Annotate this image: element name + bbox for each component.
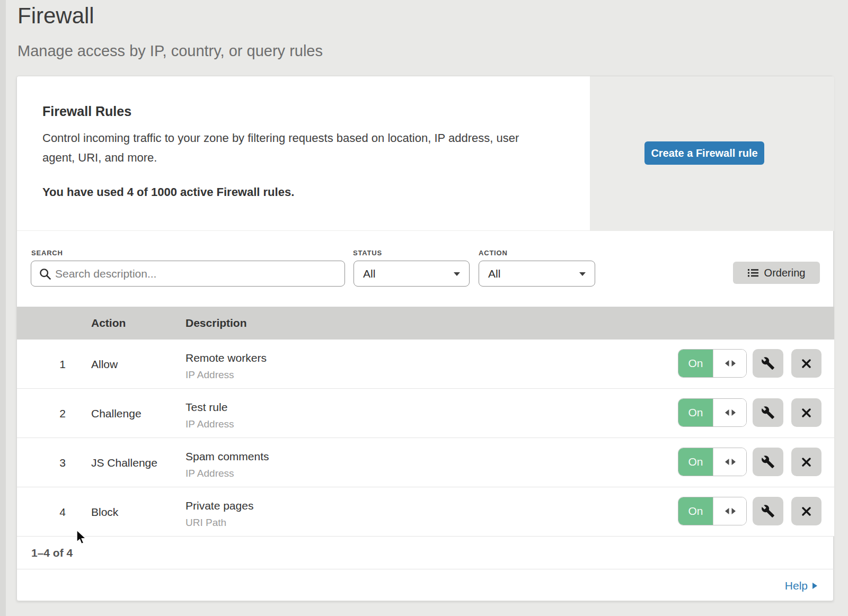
rule-match-type: IP Address xyxy=(186,369,234,381)
rule-priority: 4 xyxy=(49,487,66,537)
rules-description: Control incoming traffic to your zone by… xyxy=(42,128,546,167)
list-ordering-icon xyxy=(748,269,759,277)
table-row: 2 Challenge Test rule IP Address On xyxy=(17,389,834,438)
toggle-on-segment[interactable]: On xyxy=(678,399,713,426)
column-header-action: Action xyxy=(91,307,126,340)
rule-enabled-toggle[interactable]: On xyxy=(678,349,747,378)
column-header-description: Description xyxy=(186,307,247,340)
rule-description: Remote workers xyxy=(186,352,267,364)
table-header: Action Description xyxy=(17,307,834,340)
rule-description: Spam comments xyxy=(186,450,269,463)
wrench-icon xyxy=(761,504,775,518)
search-input[interactable] xyxy=(55,262,341,285)
rule-description: Private pages xyxy=(186,499,253,512)
table-row: 3 JS Challenge Spam comments IP Address … xyxy=(17,438,834,487)
edit-rule-button[interactable] xyxy=(753,448,783,476)
left-right-arrows-icon xyxy=(725,458,736,466)
rule-enabled-toggle[interactable]: On xyxy=(678,497,747,525)
rules-usage-text: You have used 4 of 1000 active Firewall … xyxy=(42,185,294,199)
rule-match-type: IP Address xyxy=(186,468,234,479)
rules-summary-section: Firewall Rules Control incoming traffic … xyxy=(17,76,834,231)
table-row: 1 Allow Remote workers IP Address On xyxy=(17,340,834,389)
chevron-down-icon xyxy=(579,272,586,276)
toggle-handle[interactable] xyxy=(713,448,747,476)
help-link-label: Help xyxy=(785,569,808,602)
search-label: SEARCH xyxy=(31,249,63,257)
rule-description: Test rule xyxy=(186,401,227,414)
rule-action: JS Challenge xyxy=(91,438,157,487)
delete-rule-button[interactable] xyxy=(791,497,822,525)
wrench-icon xyxy=(761,406,775,419)
right-triangle-icon xyxy=(812,582,818,590)
pagination-range: 1–4 of 4 xyxy=(31,537,73,569)
firewall-rules-card: Firewall Rules Control incoming traffic … xyxy=(16,76,834,601)
close-icon xyxy=(801,457,812,468)
status-select[interactable]: All xyxy=(354,261,470,287)
left-right-arrows-icon xyxy=(725,360,736,367)
edit-rule-button[interactable] xyxy=(753,497,783,525)
search-box xyxy=(31,261,345,287)
toggle-handle[interactable] xyxy=(713,497,747,525)
toggle-handle[interactable] xyxy=(713,350,747,377)
close-icon xyxy=(801,506,812,517)
left-right-arrows-icon xyxy=(725,409,736,416)
wrench-icon xyxy=(761,356,775,370)
page-left-edge xyxy=(0,0,6,616)
action-label: ACTION xyxy=(479,249,508,257)
toggle-on-segment[interactable]: On xyxy=(678,497,713,525)
rule-match-type: URI Path xyxy=(186,517,226,529)
rule-priority: 2 xyxy=(49,389,66,438)
delete-rule-button[interactable] xyxy=(791,398,822,427)
toggle-on-segment[interactable]: On xyxy=(678,350,713,377)
action-select[interactable]: All xyxy=(479,261,595,287)
search-icon xyxy=(39,268,51,280)
delete-rule-button[interactable] xyxy=(791,349,822,378)
pagination-bar: 1–4 of 4 xyxy=(17,537,834,569)
rule-priority: 1 xyxy=(49,340,66,389)
rule-priority: 3 xyxy=(49,438,66,487)
close-icon xyxy=(801,407,812,418)
create-firewall-rule-button[interactable]: Create a Firewall rule xyxy=(644,141,764,165)
wrench-icon xyxy=(761,455,775,469)
rule-enabled-toggle[interactable]: On xyxy=(678,448,747,476)
firewall-page: Firewall Manage access by IP, country, o… xyxy=(0,0,848,616)
page-subtitle: Manage access by IP, country, or query r… xyxy=(17,42,323,60)
page-title: Firewall xyxy=(17,3,94,29)
help-link[interactable]: Help xyxy=(785,569,818,602)
edit-rule-button[interactable] xyxy=(753,398,783,427)
edit-rule-button[interactable] xyxy=(753,349,783,378)
action-select-value: All xyxy=(488,267,500,280)
rule-action: Challenge xyxy=(91,389,142,438)
toggle-handle[interactable] xyxy=(713,399,747,426)
status-label: STATUS xyxy=(353,249,382,257)
rule-enabled-toggle[interactable]: On xyxy=(678,398,747,427)
ordering-button[interactable]: Ordering xyxy=(733,262,820,284)
ordering-button-label: Ordering xyxy=(764,267,806,279)
rules-heading: Firewall Rules xyxy=(42,104,131,119)
rule-action: Block xyxy=(91,487,118,537)
left-right-arrows-icon xyxy=(725,507,736,515)
chevron-down-icon xyxy=(453,272,461,276)
table-row: 4 Block Private pages URI Path On xyxy=(17,487,834,537)
rule-match-type: IP Address xyxy=(186,418,234,430)
status-select-value: All xyxy=(363,267,375,280)
rule-action: Allow xyxy=(91,340,118,389)
delete-rule-button[interactable] xyxy=(791,448,822,476)
toggle-on-segment[interactable]: On xyxy=(678,448,713,476)
close-icon xyxy=(801,358,812,369)
help-bar: Help xyxy=(17,569,834,601)
